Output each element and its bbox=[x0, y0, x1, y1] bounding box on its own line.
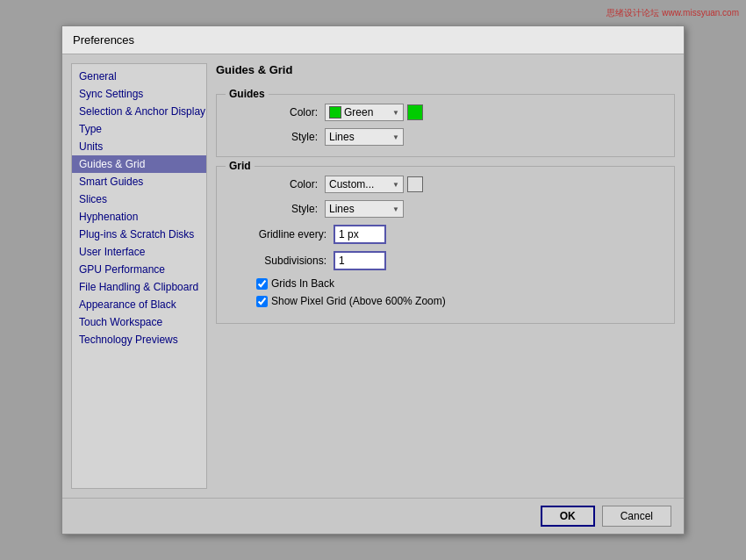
grid-color-arrow: ▼ bbox=[392, 181, 399, 189]
dialog-body: General Sync Settings Selection & Anchor… bbox=[62, 54, 684, 498]
show-pixel-grid-row: Show Pixel Grid (Above 600% Zoom) bbox=[256, 295, 661, 307]
sidebar-item-smart-guides[interactable]: Smart Guides bbox=[72, 173, 206, 190]
gridline-input[interactable] bbox=[334, 225, 386, 244]
guides-color-select-wrapper[interactable]: Green ▼ bbox=[325, 104, 423, 121]
sidebar-item-gpu[interactable]: GPU Performance bbox=[72, 261, 206, 278]
watermark: 思绪设计论坛 www.missyuan.com bbox=[606, 7, 739, 19]
sidebar-item-file-handling[interactable]: File Handling & Clipboard bbox=[72, 278, 206, 296]
grid-style-row: Style: Lines ▼ bbox=[230, 200, 661, 218]
grid-group: Grid Color: Custom... ▼ Style: Lines bbox=[216, 166, 675, 324]
subdivisions-row: Subdivisions: bbox=[230, 251, 661, 270]
sidebar-item-selection[interactable]: Selection & Anchor Display bbox=[72, 103, 206, 120]
sidebar-item-units[interactable]: Units bbox=[72, 138, 206, 155]
grid-style-label: Style: bbox=[230, 203, 318, 215]
grid-color-value: Custom... bbox=[329, 178, 374, 190]
grid-style-value: Lines bbox=[329, 203, 355, 215]
sidebar-item-hyphenation[interactable]: Hyphenation bbox=[72, 208, 206, 226]
show-pixel-grid-label: Show Pixel Grid (Above 600% Zoom) bbox=[271, 295, 446, 307]
subdivisions-label: Subdivisions: bbox=[230, 255, 326, 267]
sidebar-item-appearance-black[interactable]: Appearance of Black bbox=[72, 296, 206, 313]
guides-color-arrow: ▼ bbox=[392, 109, 399, 117]
sidebar-item-type[interactable]: Type bbox=[72, 120, 206, 138]
guides-color-row: Color: Green ▼ bbox=[230, 104, 661, 121]
ok-button[interactable]: OK bbox=[541, 506, 595, 527]
guides-style-row: Style: Lines ▼ bbox=[230, 128, 661, 146]
guides-group: Guides Color: Green ▼ Style: bbox=[216, 94, 675, 157]
dialog-footer: OK Cancel bbox=[62, 498, 684, 534]
grid-color-swatch[interactable] bbox=[407, 176, 423, 192]
grid-color-row: Color: Custom... ▼ bbox=[230, 176, 661, 193]
sidebar-item-general[interactable]: General bbox=[72, 68, 206, 85]
grids-in-back-row: Grids In Back bbox=[256, 277, 661, 290]
subdivisions-input[interactable] bbox=[334, 251, 386, 270]
guides-color-swatch[interactable] bbox=[407, 104, 423, 120]
grid-style-arrow: ▼ bbox=[392, 205, 399, 213]
guides-style-value: Lines bbox=[329, 131, 355, 143]
guides-style-label: Style: bbox=[230, 131, 318, 143]
guides-style-arrow: ▼ bbox=[392, 133, 399, 141]
grids-in-back-checkbox[interactable] bbox=[256, 278, 268, 290]
show-pixel-grid-checkbox[interactable] bbox=[256, 296, 268, 307]
cancel-button[interactable]: Cancel bbox=[602, 506, 671, 527]
grid-style-dropdown[interactable]: Lines ▼ bbox=[325, 200, 404, 218]
dialog-title: Preferences bbox=[62, 26, 684, 54]
gridline-row: Gridline every: bbox=[230, 225, 661, 244]
guides-group-label: Guides bbox=[226, 88, 269, 100]
guides-color-label: Color: bbox=[230, 106, 318, 118]
guides-color-value: Green bbox=[344, 106, 373, 118]
sidebar-item-user-interface[interactable]: User Interface bbox=[72, 243, 206, 261]
grid-color-dropdown[interactable]: Custom... ▼ bbox=[325, 176, 404, 193]
preferences-dialog: Preferences General Sync Settings Select… bbox=[61, 25, 685, 535]
sidebar-item-touch[interactable]: Touch Workspace bbox=[72, 313, 206, 331]
grids-in-back-label: Grids In Back bbox=[271, 277, 334, 290]
sidebar-item-sync[interactable]: Sync Settings bbox=[72, 85, 206, 103]
sidebar: General Sync Settings Selection & Anchor… bbox=[71, 63, 207, 489]
main-content: Guides & Grid Guides Color: Green ▼ bbox=[216, 63, 675, 489]
grid-color-label: Color: bbox=[230, 178, 318, 190]
guides-style-dropdown[interactable]: Lines ▼ bbox=[325, 128, 404, 146]
gridline-label: Gridline every: bbox=[230, 228, 326, 241]
sidebar-item-slices[interactable]: Slices bbox=[72, 190, 206, 208]
grid-color-select-wrapper[interactable]: Custom... ▼ bbox=[325, 176, 423, 193]
sidebar-item-guides-grid[interactable]: Guides & Grid bbox=[72, 155, 206, 173]
grid-group-label: Grid bbox=[226, 160, 255, 172]
guides-color-dropdown[interactable]: Green ▼ bbox=[325, 104, 404, 121]
sidebar-item-tech-previews[interactable]: Technology Previews bbox=[72, 331, 206, 348]
sidebar-item-plugins[interactable]: Plug-ins & Scratch Disks bbox=[72, 226, 206, 243]
section-title: Guides & Grid bbox=[216, 63, 675, 76]
guides-color-box bbox=[329, 106, 341, 118]
